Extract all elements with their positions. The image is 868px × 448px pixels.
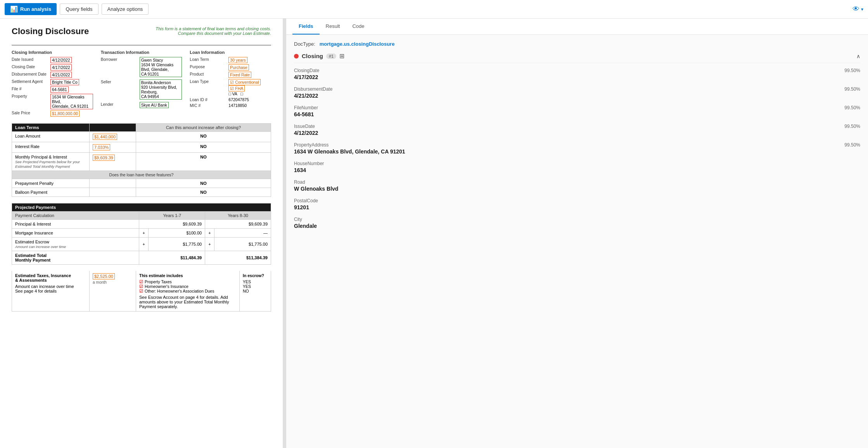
grid-icon[interactable]: ⊞ bbox=[339, 52, 344, 60]
loan-purpose: Purpose Purchase bbox=[190, 64, 271, 71]
monthly-payment-row: Monthly Principal & Interest See Project… bbox=[12, 153, 271, 171]
field-name-7: PostalCode bbox=[294, 198, 318, 203]
loan-terms-header: Loan Terms bbox=[12, 124, 90, 132]
field-name-6: Road bbox=[294, 179, 305, 185]
query-fields-label: Query fields bbox=[66, 6, 92, 12]
taxes-main-label: Estimated Taxes, Insurance& Assessments bbox=[15, 273, 86, 283]
escrow-header: In escrow? bbox=[243, 273, 268, 278]
fields-list: ClosingDate 99.50% 4/17/2022 Disbursemen… bbox=[294, 68, 860, 229]
field-value-5: 1634 bbox=[294, 167, 860, 173]
payment-calc-header: Payment Calculation bbox=[12, 212, 139, 220]
estimated-total-years1: $11,484.39 bbox=[139, 251, 205, 265]
closing-info-col: Closing Information Date Issued 4/12/202… bbox=[12, 50, 93, 118]
info-row: Closing Information Date Issued 4/12/202… bbox=[12, 50, 271, 118]
field-value-4: 1634 W Glenoaks Blvd, Glendale, CA 91201 bbox=[294, 148, 860, 155]
tab-code[interactable]: Code bbox=[346, 19, 370, 34]
chevron-down-icon: ▾ bbox=[861, 7, 863, 12]
transaction-lender: Lender Skye AU Bank bbox=[101, 102, 182, 108]
taxes-label-col: Estimated Taxes, Insurance& Assessments … bbox=[12, 271, 90, 311]
years-8-30-header: Years 8-30 bbox=[205, 212, 271, 220]
main-container: Closing Disclosure This form is a statem… bbox=[0, 19, 868, 448]
chevron-up-icon[interactable]: ∧ bbox=[856, 53, 860, 59]
taxes-item-hoa: ☑ Other: Homeowner's Association Dues bbox=[139, 289, 236, 293]
loan-id: Loan ID # 672047875 bbox=[190, 97, 271, 102]
escrow-yes2: YES bbox=[243, 284, 268, 289]
features-header: Does the loan have these features? bbox=[12, 171, 271, 179]
field-confidence-1: 99.50% bbox=[844, 86, 860, 92]
chart-icon: 📊 bbox=[10, 5, 18, 13]
field-value-1: 4/21/2022 bbox=[294, 93, 860, 99]
run-analysis-label: Run analysis bbox=[20, 6, 51, 12]
taxes-row: Estimated Taxes, Insurance& Assessments … bbox=[12, 271, 271, 312]
taxes-value-col: $2,525.00 a month bbox=[90, 271, 136, 311]
analyze-options-label: Analyze options bbox=[107, 6, 143, 12]
estimated-total-row: Estimated TotalMonthly Payment $11,484.3… bbox=[12, 251, 271, 265]
estimated-total-years2: $11,384.39 bbox=[205, 251, 271, 265]
tab-result[interactable]: Result bbox=[320, 19, 346, 34]
monthly-payment-yesno: NO bbox=[136, 153, 271, 171]
loan-type: Loan Type ☑ Conventional ☑ FHA □ VA □ bbox=[190, 79, 271, 96]
transaction-info-col: Transaction Information Borrower Gwen St… bbox=[101, 50, 182, 118]
estimated-escrow-label: Estimated Escrow Amount can increase ove… bbox=[12, 238, 139, 251]
estimated-escrow-row: Estimated Escrow Amount can increase ove… bbox=[12, 238, 271, 251]
principal-interest-row: Principal & Interest $9,609.39 $9,609.39 bbox=[12, 220, 271, 229]
escrow-yes1: YES bbox=[243, 279, 268, 284]
taxes-includes-col: This estimate includes ☑ Property Taxes … bbox=[136, 271, 240, 311]
balloon-label: Balloon Payment bbox=[12, 188, 90, 197]
taxes-includes-header: This estimate includes bbox=[139, 273, 236, 278]
right-panel: Fields Result Code DocType: mortgage.us.… bbox=[286, 19, 868, 448]
field-confidence-0: 99.50% bbox=[844, 68, 860, 73]
field-value-3: 4/12/2022 bbox=[294, 130, 860, 136]
query-fields-button[interactable]: Query fields bbox=[60, 3, 98, 15]
taxes-escrow-col: In escrow? YES YES NO bbox=[240, 271, 271, 311]
proj-pay-header: Projected Payments bbox=[12, 203, 271, 212]
taxes-item-property: ☑ Property Taxes bbox=[139, 279, 236, 284]
closing-info-property: Property 1634 W Glenoaks Blvd,Glendale, … bbox=[12, 94, 93, 109]
field-name-1: DisbursementDate bbox=[294, 86, 332, 92]
transaction-seller: Seller Bonita Anderson920 University Blv… bbox=[101, 79, 182, 100]
right-content: DocType: mortgage.us.closingDisclosure C… bbox=[286, 35, 868, 448]
field-value-8: Glendale bbox=[294, 223, 860, 229]
loan-term: Loan Term 30 years bbox=[190, 57, 271, 63]
field-closing-date: ClosingDate 99.50% 4/17/2022 bbox=[294, 68, 860, 80]
field-name-3: IssueDate bbox=[294, 124, 315, 129]
field-value-7: 91201 bbox=[294, 204, 860, 210]
toolbar: 📊 Run analysis Query fields Analyze opti… bbox=[0, 0, 868, 19]
taxes-per-month: a month bbox=[93, 280, 133, 284]
loan-amount-label: Loan Amount bbox=[12, 132, 90, 142]
field-city: City Glendale bbox=[294, 217, 860, 229]
analyze-options-button[interactable]: Analyze options bbox=[102, 3, 149, 15]
view-toggle[interactable]: 👁 ▾ bbox=[852, 5, 863, 13]
tab-fields[interactable]: Fields bbox=[292, 19, 320, 34]
right-tabs: Fields Result Code bbox=[286, 19, 868, 35]
field-name-0: ClosingDate bbox=[294, 68, 319, 73]
field-house-number: HouseNumber 1634 bbox=[294, 161, 860, 173]
transaction-info-header: Transaction Information bbox=[101, 50, 182, 55]
title-divider bbox=[12, 45, 271, 45]
document-subtitle: This form is a statement of final loan t… bbox=[139, 26, 271, 36]
escrow-years2: $1,775.00 bbox=[214, 238, 271, 251]
field-issue-date: IssueDate 99.50% 4/12/2022 bbox=[294, 124, 860, 136]
interest-rate-yesno: NO bbox=[136, 142, 271, 153]
interest-rate-row: Interest Rate 7.033% NO bbox=[12, 142, 271, 153]
field-confidence-2: 99.50% bbox=[844, 105, 860, 110]
monthly-payment-value: $9,609.39 bbox=[90, 153, 136, 171]
principal-interest-years2: $9,609.39 bbox=[205, 220, 271, 229]
run-analysis-button[interactable]: 📊 Run analysis bbox=[5, 3, 57, 15]
loan-amount-row: Loan Amount $1,440,000 NO bbox=[12, 132, 271, 142]
field-postal-code: PostalCode 91201 bbox=[294, 198, 860, 210]
closing-info-date-issued: Date Issued 4/12/2022 bbox=[12, 57, 93, 63]
doctype-label: DocType: bbox=[294, 41, 315, 47]
mortgage-insurance-row: Mortgage Insurance + $100.00 + — bbox=[12, 229, 271, 238]
closing-info-file: File # 64-5681 bbox=[12, 86, 93, 93]
closing-section-header[interactable]: Closing #1 ⊞ ∧ bbox=[294, 52, 860, 63]
transaction-borrower: Borrower Gwen Stacy1634 W Glenoaks Blvd,… bbox=[101, 57, 182, 77]
field-property-address: PropertyAddress 99.50% 1634 W Glenoaks B… bbox=[294, 142, 860, 155]
field-confidence-4: 99.50% bbox=[844, 142, 860, 148]
loan-amount-value: $1,440,000 bbox=[90, 132, 136, 142]
interest-rate-value: 7.033% bbox=[90, 142, 136, 153]
loan-product: Product Fixed Rate bbox=[190, 72, 271, 78]
doctype-row: DocType: mortgage.us.closingDisclosure bbox=[294, 41, 860, 47]
mortgage-insurance-label: Mortgage Insurance bbox=[12, 229, 139, 238]
taxes-note: Amount can increase over timeSee page 4 … bbox=[15, 284, 86, 293]
